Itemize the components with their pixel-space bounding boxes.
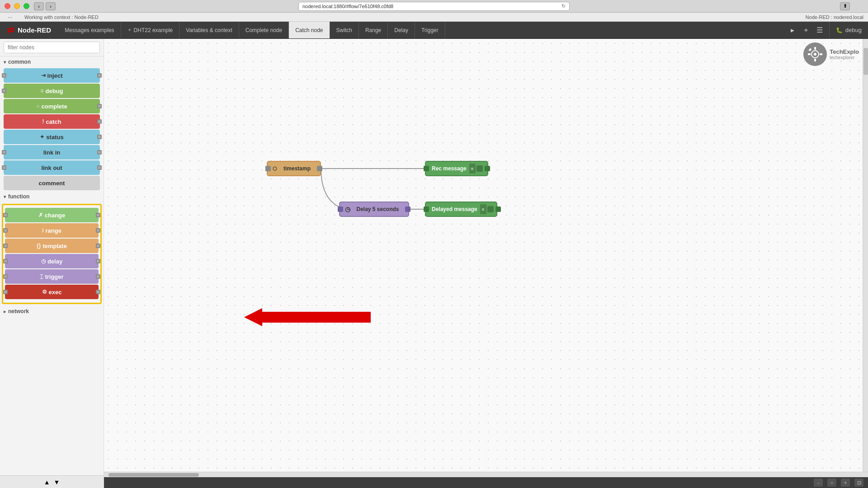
- browser-status-left: Working with context : Node-RED: [24, 14, 99, 20]
- node-exec[interactable]: ⚙ exec: [5, 285, 99, 299]
- menu-button[interactable]: ☰: [814, 24, 826, 36]
- title-bar: ‹ › nodered.local:1880/#flow/7e610f48.c0…: [0, 0, 868, 13]
- window-controls: ⬆: [840, 2, 850, 10]
- canvas-node-delayed-message[interactable]: Delayed message ≡: [425, 202, 497, 217]
- share-button[interactable]: ⬆: [840, 2, 850, 10]
- canvas-delay-5s-label: Delay 5 seconds: [350, 206, 405, 212]
- node-change[interactable]: ✗ change: [5, 208, 99, 222]
- node-inject[interactable]: ⇥ inject: [4, 68, 100, 83]
- tab-dht22[interactable]: ✦ DHT22 example: [121, 22, 180, 38]
- canvas-port-right-delay-5s: [405, 206, 410, 212]
- node-debug[interactable]: ≡ debug: [4, 84, 100, 98]
- port-right-inject: [97, 73, 102, 78]
- watermark-brand: TechExplo: [830, 48, 859, 55]
- canvas-vscroll[interactable]: [863, 39, 868, 472]
- node-link-in[interactable]: link in: [4, 145, 100, 160]
- zoom-reset-button[interactable]: ○: [827, 479, 836, 487]
- tab-trigger[interactable]: Trigger: [415, 22, 445, 38]
- sidebar-scroll-down[interactable]: ▼: [54, 479, 60, 486]
- section-function-label: function: [8, 193, 29, 200]
- debug-tab[interactable]: 🐛 debug: [829, 22, 868, 38]
- watermark-text-container: TechExplo techexplorer: [830, 48, 859, 60]
- node-trigger[interactable]: ⌶ trigger: [5, 269, 99, 284]
- canvas-node-timestamp[interactable]: ⬡ timestamp: [267, 161, 321, 176]
- back-button[interactable]: ‹: [34, 2, 44, 10]
- nav-arrows: ‹ ›: [34, 2, 56, 10]
- tab-dht22-label: DHT22 example: [134, 27, 173, 33]
- canvas-area[interactable]: ⬡ timestamp Rec message ≡: [104, 39, 863, 472]
- node-template[interactable]: {} template: [5, 239, 99, 253]
- watermark-domain: techexplorer: [830, 55, 859, 60]
- node-exec-label: exec: [49, 289, 62, 296]
- url-bar[interactable]: nodered.local:1880/#flow/7e610f48.c0fd8 …: [298, 2, 570, 11]
- network-chevron-icon: ▸: [4, 309, 6, 314]
- traffic-lights: [5, 3, 29, 9]
- canvas-node-rec-message[interactable]: Rec message ≡: [425, 161, 488, 176]
- logo-icon: ⇄: [7, 25, 14, 35]
- search-input[interactable]: [4, 42, 100, 53]
- minimize-button[interactable]: [14, 3, 20, 9]
- zoom-out-button[interactable]: -: [814, 479, 823, 487]
- svg-rect-2: [814, 47, 816, 50]
- tab-switch[interactable]: Switch: [330, 22, 359, 38]
- debug-icon: 🐛: [836, 27, 843, 33]
- port-right-range: [96, 228, 100, 233]
- common-chevron-icon: ▾: [4, 60, 6, 65]
- node-template-label: template: [42, 243, 66, 249]
- node-delay[interactable]: ◷ delay: [5, 254, 99, 268]
- node-link-out-label: link out: [41, 164, 62, 171]
- delayed-message-btn[interactable]: [487, 206, 494, 212]
- section-header-function[interactable]: ▾ function: [0, 191, 104, 202]
- node-range[interactable]: i range: [5, 223, 99, 238]
- canvas-hscrollbar[interactable]: [104, 472, 868, 477]
- catch-icon: !: [42, 118, 44, 125]
- node-complete[interactable]: ○ complete: [4, 99, 100, 113]
- node-debug-label: debug: [46, 88, 63, 94]
- node-comment-label: comment: [39, 180, 65, 187]
- port-left-template: [3, 244, 8, 248]
- add-flow-button[interactable]: +: [800, 24, 812, 36]
- canvas-delayed-message-label: Delayed message: [429, 206, 480, 212]
- tab-complete[interactable]: Complete node: [239, 22, 289, 38]
- close-button[interactable]: [5, 3, 10, 9]
- more-tabs-button[interactable]: ▸: [787, 24, 798, 36]
- vscroll-thumb[interactable]: [863, 48, 868, 75]
- canvas-port-left-timestamp: [265, 166, 271, 171]
- canvas-timestamp-label: timestamp: [277, 165, 317, 172]
- refresh-icon[interactable]: ↻: [561, 3, 566, 9]
- section-header-common[interactable]: ▾ common: [0, 56, 104, 67]
- section-header-network[interactable]: ▸ network: [0, 306, 104, 317]
- node-status[interactable]: ✦ status: [4, 130, 100, 144]
- app-logo: ⇄ Node-RED: [0, 22, 58, 38]
- tab-catch[interactable]: Catch node: [289, 22, 330, 38]
- canvas-wrapper: ⬡ timestamp Rec message ≡: [104, 39, 868, 488]
- maximize-button[interactable]: [24, 3, 29, 9]
- zoom-in-button[interactable]: +: [841, 479, 850, 487]
- node-comment[interactable]: comment: [4, 176, 100, 190]
- rec-message-btn[interactable]: [476, 165, 483, 172]
- fit-button[interactable]: ⊡: [854, 479, 863, 487]
- main-area: ▾ common ⇥ inject ≡ debug: [0, 39, 868, 488]
- rec-message-menu-icon[interactable]: ≡: [469, 164, 476, 174]
- canvas-node-delay-5s[interactable]: ◷ Delay 5 seconds: [339, 202, 409, 217]
- function-highlight-box: ✗ change i range: [2, 204, 102, 304]
- node-link-out[interactable]: link out: [4, 160, 100, 175]
- canvas-rec-message-label: Rec message: [429, 165, 469, 172]
- canvas-hscroll-thumb[interactable]: [108, 473, 199, 477]
- forward-button[interactable]: ›: [46, 2, 56, 10]
- node-catch[interactable]: ! catch: [4, 114, 100, 129]
- delayed-message-menu-icon[interactable]: ≡: [480, 204, 486, 214]
- tab-messages-examples[interactable]: Messages examples: [58, 22, 121, 38]
- arrow-body: [262, 312, 371, 323]
- tab-delay[interactable]: Delay: [388, 22, 415, 38]
- tab-range[interactable]: Range: [359, 22, 388, 38]
- arrow-head: [244, 308, 262, 326]
- sidebar-scroll-up[interactable]: ▲: [44, 479, 50, 486]
- port-right-template: [96, 244, 100, 248]
- more-tools-button[interactable]: ···: [5, 14, 15, 21]
- tab-messages-examples-label: Messages examples: [65, 27, 114, 33]
- port-right-delay: [96, 259, 100, 263]
- watermark: TechExplo techexplorer: [803, 42, 859, 66]
- sidebar-bottom: ▲ ▼: [0, 475, 104, 488]
- tab-variables[interactable]: Variables & context: [179, 22, 239, 38]
